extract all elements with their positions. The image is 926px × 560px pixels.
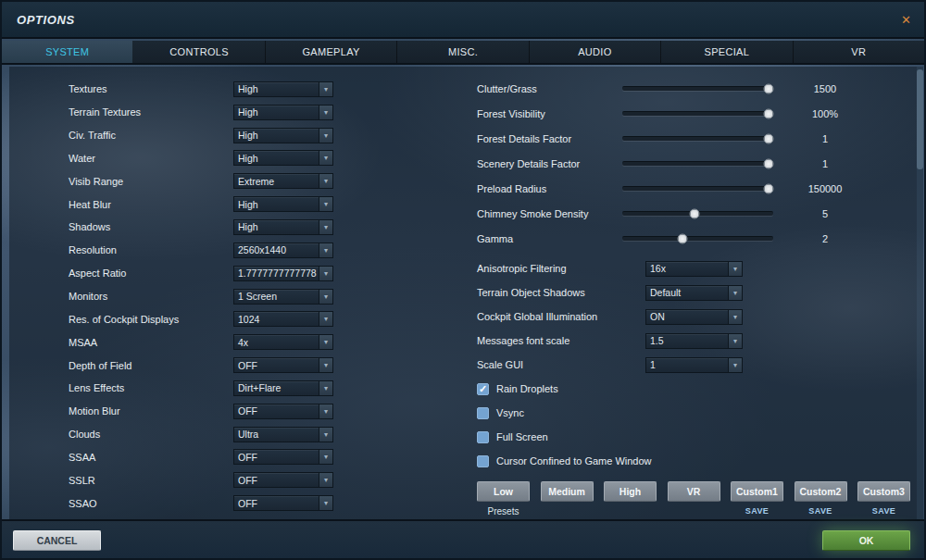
chevron-down-icon: ▾ (319, 428, 332, 442)
slider-handle[interactable] (764, 134, 774, 144)
dropdown[interactable]: 1 ▾ (645, 357, 743, 373)
checkbox[interactable]: ✓ (477, 407, 489, 419)
dropdown[interactable]: Ultra ▾ (233, 427, 333, 442)
tab[interactable]: MISC. (397, 41, 529, 63)
dropdown[interactable]: 2560x1440 ▾ (233, 243, 333, 258)
setting-label: Motion Blur (69, 405, 233, 417)
preset-sub-label[interactable]: SAVE (745, 506, 769, 517)
chevron-down-icon: ▾ (319, 151, 332, 165)
setting-row: MSAA 4x ▾ (69, 330, 430, 354)
chevron-down-icon: ▾ (319, 82, 332, 96)
scrollbar[interactable] (917, 67, 923, 519)
dropdown[interactable]: High ▾ (233, 81, 333, 97)
dropdown[interactable]: High ▾ (233, 196, 333, 212)
dropdown[interactable]: High ▾ (233, 150, 333, 166)
tab-label: CONTROLS (169, 46, 229, 57)
scrollbar-thumb[interactable] (917, 69, 923, 169)
slider-handle[interactable] (678, 234, 688, 244)
setting-row: Textures High ▾ (69, 78, 430, 101)
tab[interactable]: CONTROLS (133, 41, 265, 63)
dropdown-value: Extreme (234, 176, 319, 187)
preset-column: Low Presets (477, 481, 530, 517)
setting-row: Civ. Traffic High ▾ (69, 124, 430, 147)
setting-label: Cockpit Global Illumination (477, 311, 645, 322)
close-icon[interactable]: ✕ (901, 14, 911, 26)
preset-button[interactable]: Medium (541, 481, 594, 502)
checkbox-row[interactable]: ✓ Cursor Confined to Game Window (469, 449, 916, 473)
ok-button[interactable]: OK (822, 530, 910, 551)
dropdown-value: Dirt+Flare (234, 382, 319, 393)
checkbox-label: Full Screen (496, 431, 548, 442)
slider-track[interactable] (622, 111, 773, 116)
dropdown-value: 16x (646, 263, 728, 274)
tab-label: SPECIAL (705, 46, 750, 57)
dropdown[interactable]: ON ▾ (645, 309, 743, 325)
preset-sub-label[interactable]: SAVE (872, 506, 895, 517)
checkbox[interactable]: ✓ (477, 455, 489, 467)
preset-sub-label[interactable]: SAVE (808, 506, 832, 517)
preset-button[interactable]: Custom3 (857, 481, 910, 502)
dropdown[interactable]: OFF ▾ (233, 449, 333, 465)
slider-value: 1 (773, 158, 877, 169)
tab[interactable]: SYSTEM (2, 41, 133, 63)
chevron-down-icon: ▾ (319, 174, 332, 188)
dropdown-value: OFF (234, 405, 319, 417)
dropdown[interactable]: OFF ▾ (233, 495, 333, 511)
tab[interactable]: AUDIO (530, 41, 661, 63)
slider-handle[interactable] (764, 184, 774, 194)
titlebar: OPTIONS ✕ (2, 2, 924, 39)
preset-button[interactable]: Custom2 (795, 481, 847, 502)
dropdown-value: OFF (234, 475, 319, 486)
dropdown[interactable]: High ▾ (233, 128, 333, 143)
tab[interactable]: GAMEPLAY (266, 41, 397, 63)
dropdown[interactable]: Dirt+Flare ▾ (233, 380, 333, 396)
cancel-button[interactable]: CANCEL (13, 530, 101, 551)
dropdown-value: High (234, 83, 319, 94)
dropdown-value: 4x (234, 337, 319, 348)
checkbox-row[interactable]: ✓ Full Screen (469, 425, 916, 449)
tab[interactable]: SPECIAL (661, 41, 793, 63)
dropdown[interactable]: 16x ▾ (645, 261, 743, 277)
preset-button[interactable]: Custom1 (731, 481, 783, 502)
dropdown[interactable]: OFF ▾ (233, 404, 333, 419)
setting-row: Lens Effects Dirt+Flare ▾ (69, 377, 430, 400)
slider-track[interactable] (622, 161, 773, 166)
checkbox-group: ✓ Rain Droplets ✓ Vsync ✓ Full Screen ✓ … (469, 377, 916, 473)
preset-button[interactable]: Low (477, 481, 530, 502)
dropdown[interactable]: 1 Screen ▾ (233, 289, 333, 305)
chevron-down-icon: ▾ (728, 286, 742, 300)
chevron-down-icon: ▾ (319, 243, 332, 257)
slider-track[interactable] (622, 236, 773, 241)
setting-row: Scale GUI 1 ▾ (469, 353, 916, 377)
checkbox[interactable]: ✓ (477, 383, 489, 395)
slider-track[interactable] (622, 136, 773, 141)
dropdown-value: High (234, 199, 319, 210)
dropdown[interactable]: Extreme ▾ (233, 173, 333, 189)
dropdown[interactable]: OFF ▾ (233, 357, 333, 373)
tab[interactable]: VR (794, 41, 924, 63)
dropdown[interactable]: High ▾ (233, 219, 333, 235)
slider-handle[interactable] (764, 159, 774, 169)
dropdown[interactable]: 4x ▾ (233, 334, 333, 350)
slider-handle[interactable] (764, 109, 774, 119)
preset-button[interactable]: VR (668, 481, 720, 502)
setting-label: Monitors (69, 291, 233, 302)
slider-handle[interactable] (764, 84, 774, 94)
dropdown[interactable]: High ▾ (233, 105, 333, 120)
checkbox-row[interactable]: ✓ Rain Droplets (469, 377, 916, 401)
setting-label: Civ. Traffic (69, 130, 233, 141)
slider-handle[interactable] (690, 209, 700, 219)
dropdown[interactable]: 1.5 ▾ (645, 333, 743, 349)
setting-label: Textures (69, 83, 233, 94)
checkbox-row[interactable]: ✓ Vsync (469, 401, 916, 425)
preset-button[interactable]: High (604, 481, 657, 502)
dropdown[interactable]: 1.7777777777778 ▾ (233, 266, 333, 281)
dropdown[interactable]: 1024 ▾ (233, 311, 333, 327)
slider-track[interactable] (622, 211, 773, 216)
checkbox[interactable]: ✓ (477, 431, 489, 443)
slider-track[interactable] (622, 186, 773, 191)
dropdown[interactable]: OFF ▾ (233, 472, 333, 488)
slider-track[interactable] (622, 86, 773, 91)
dropdown[interactable]: Default ▾ (645, 285, 743, 301)
tab-label: VR (851, 46, 866, 57)
